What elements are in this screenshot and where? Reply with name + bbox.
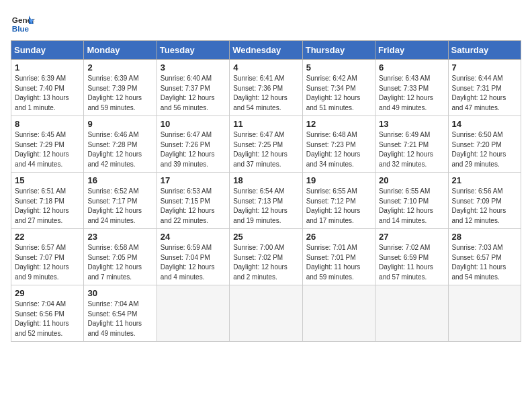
day-number: 3 — [161, 62, 226, 73]
day-info: Sunrise: 7:03 AMSunset: 6:57 PMDaylight:… — [452, 244, 506, 281]
day-info: Sunrise: 7:04 AMSunset: 6:56 PMDaylight:… — [15, 300, 69, 337]
calendar-cell — [448, 285, 521, 342]
day-info: Sunrise: 6:39 AMSunset: 7:39 PMDaylight:… — [87, 75, 142, 111]
calendar-week-row: 1Sunrise: 6:39 AMSunset: 7:40 PMDaylight… — [11, 60, 521, 116]
day-info: Sunrise: 6:41 AMSunset: 7:36 PMDaylight:… — [233, 75, 287, 111]
calendar-cell: 20Sunrise: 6:55 AMSunset: 7:10 PMDayligh… — [375, 173, 448, 229]
day-info: Sunrise: 7:04 AMSunset: 6:54 PMDaylight:… — [87, 300, 142, 337]
calendar-header-row: SundayMondayTuesdayWednesdayThursdayFrid… — [11, 41, 521, 60]
day-number: 18 — [233, 175, 298, 185]
logo-icon: General Blue — [11, 11, 35, 35]
calendar-cell: 2Sunrise: 6:39 AMSunset: 7:39 PMDaylight… — [84, 60, 157, 116]
calendar-cell: 8Sunrise: 6:45 AMSunset: 7:29 PMDaylight… — [11, 116, 84, 173]
calendar-cell: 26Sunrise: 7:01 AMSunset: 7:01 PMDayligh… — [302, 229, 375, 285]
header-day-saturday: Saturday — [448, 41, 521, 60]
calendar-cell: 3Sunrise: 6:40 AMSunset: 7:37 PMDaylight… — [157, 60, 229, 116]
day-number: 21 — [452, 175, 517, 185]
calendar-cell: 7Sunrise: 6:44 AMSunset: 7:31 PMDaylight… — [448, 60, 521, 116]
day-info: Sunrise: 6:44 AMSunset: 7:31 PMDaylight:… — [452, 75, 506, 111]
day-number: 1 — [15, 62, 80, 73]
day-info: Sunrise: 6:49 AMSunset: 7:21 PMDaylight:… — [379, 131, 433, 168]
header-day-monday: Monday — [84, 41, 157, 60]
day-number: 14 — [452, 119, 517, 129]
day-info: Sunrise: 6:46 AMSunset: 7:28 PMDaylight:… — [87, 131, 142, 168]
day-info: Sunrise: 6:47 AMSunset: 7:26 PMDaylight:… — [161, 131, 215, 168]
day-number: 20 — [379, 175, 444, 185]
day-info: Sunrise: 6:58 AMSunset: 7:05 PMDaylight:… — [87, 244, 142, 281]
calendar-cell: 17Sunrise: 6:53 AMSunset: 7:15 PMDayligh… — [157, 173, 229, 229]
day-info: Sunrise: 7:02 AMSunset: 6:59 PMDaylight:… — [379, 244, 433, 281]
day-info: Sunrise: 6:54 AMSunset: 7:13 PMDaylight:… — [233, 187, 287, 224]
day-number: 7 — [452, 62, 517, 73]
calendar-cell: 13Sunrise: 6:49 AMSunset: 7:21 PMDayligh… — [375, 116, 448, 173]
calendar-cell: 11Sunrise: 6:47 AMSunset: 7:25 PMDayligh… — [230, 116, 302, 173]
calendar-week-row: 29Sunrise: 7:04 AMSunset: 6:56 PMDayligh… — [11, 285, 521, 342]
day-number: 24 — [161, 232, 226, 242]
calendar-week-row: 22Sunrise: 6:57 AMSunset: 7:07 PMDayligh… — [11, 229, 521, 285]
calendar-cell: 15Sunrise: 6:51 AMSunset: 7:18 PMDayligh… — [11, 173, 84, 229]
day-number: 4 — [233, 62, 298, 73]
calendar-cell: 16Sunrise: 6:52 AMSunset: 7:17 PMDayligh… — [84, 173, 157, 229]
calendar-week-row: 8Sunrise: 6:45 AMSunset: 7:29 PMDaylight… — [11, 116, 521, 173]
page-header: General Blue — [11, 11, 521, 35]
calendar-cell: 9Sunrise: 6:46 AMSunset: 7:28 PMDaylight… — [84, 116, 157, 173]
calendar-cell: 5Sunrise: 6:42 AMSunset: 7:34 PMDaylight… — [302, 60, 375, 116]
calendar-cell — [157, 285, 229, 342]
calendar-cell: 12Sunrise: 6:48 AMSunset: 7:23 PMDayligh… — [302, 116, 375, 173]
day-info: Sunrise: 6:50 AMSunset: 7:20 PMDaylight:… — [452, 131, 506, 168]
day-info: Sunrise: 6:56 AMSunset: 7:09 PMDaylight:… — [452, 187, 506, 224]
calendar-cell — [302, 285, 375, 342]
day-number: 5 — [306, 62, 371, 73]
calendar-cell: 19Sunrise: 6:55 AMSunset: 7:12 PMDayligh… — [302, 173, 375, 229]
day-number: 13 — [379, 119, 444, 129]
calendar-cell: 22Sunrise: 6:57 AMSunset: 7:07 PMDayligh… — [11, 229, 84, 285]
day-number: 17 — [161, 175, 226, 185]
header-day-wednesday: Wednesday — [230, 41, 302, 60]
calendar-cell — [230, 285, 302, 342]
day-number: 25 — [233, 232, 298, 242]
day-number: 30 — [87, 288, 152, 298]
day-info: Sunrise: 6:39 AMSunset: 7:40 PMDaylight:… — [15, 75, 69, 111]
calendar-cell: 6Sunrise: 6:43 AMSunset: 7:33 PMDaylight… — [375, 60, 448, 116]
calendar-cell: 28Sunrise: 7:03 AMSunset: 6:57 PMDayligh… — [448, 229, 521, 285]
header-day-sunday: Sunday — [11, 41, 84, 60]
day-info: Sunrise: 6:43 AMSunset: 7:33 PMDaylight:… — [379, 75, 433, 111]
day-number: 15 — [15, 175, 80, 185]
calendar-cell: 30Sunrise: 7:04 AMSunset: 6:54 PMDayligh… — [84, 285, 157, 342]
header-day-friday: Friday — [375, 41, 448, 60]
calendar-cell: 25Sunrise: 7:00 AMSunset: 7:02 PMDayligh… — [230, 229, 302, 285]
day-info: Sunrise: 6:51 AMSunset: 7:18 PMDaylight:… — [15, 187, 69, 224]
day-number: 22 — [15, 232, 80, 242]
calendar-cell: 29Sunrise: 7:04 AMSunset: 6:56 PMDayligh… — [11, 285, 84, 342]
calendar-cell: 24Sunrise: 6:59 AMSunset: 7:04 PMDayligh… — [157, 229, 229, 285]
day-info: Sunrise: 6:42 AMSunset: 7:34 PMDaylight:… — [306, 75, 361, 111]
calendar-cell: 27Sunrise: 7:02 AMSunset: 6:59 PMDayligh… — [375, 229, 448, 285]
calendar-cell: 18Sunrise: 6:54 AMSunset: 7:13 PMDayligh… — [230, 173, 302, 229]
day-number: 23 — [87, 232, 152, 242]
day-info: Sunrise: 7:00 AMSunset: 7:02 PMDaylight:… — [233, 244, 287, 281]
day-info: Sunrise: 6:52 AMSunset: 7:17 PMDaylight:… — [87, 187, 142, 224]
calendar-cell: 23Sunrise: 6:58 AMSunset: 7:05 PMDayligh… — [84, 229, 157, 285]
day-number: 26 — [306, 232, 371, 242]
day-number: 28 — [452, 232, 517, 242]
day-info: Sunrise: 6:40 AMSunset: 7:37 PMDaylight:… — [161, 75, 215, 111]
day-info: Sunrise: 6:57 AMSunset: 7:07 PMDaylight:… — [15, 244, 69, 281]
day-info: Sunrise: 6:59 AMSunset: 7:04 PMDaylight:… — [161, 244, 215, 281]
day-number: 12 — [306, 119, 371, 129]
calendar-cell: 21Sunrise: 6:56 AMSunset: 7:09 PMDayligh… — [448, 173, 521, 229]
day-info: Sunrise: 7:01 AMSunset: 7:01 PMDaylight:… — [306, 244, 361, 281]
calendar-table: SundayMondayTuesdayWednesdayThursdayFrid… — [11, 40, 521, 342]
calendar-cell: 14Sunrise: 6:50 AMSunset: 7:20 PMDayligh… — [448, 116, 521, 173]
header-day-thursday: Thursday — [302, 41, 375, 60]
header-day-tuesday: Tuesday — [157, 41, 229, 60]
calendar-week-row: 15Sunrise: 6:51 AMSunset: 7:18 PMDayligh… — [11, 173, 521, 229]
svg-text:Blue: Blue — [12, 24, 30, 33]
day-info: Sunrise: 6:48 AMSunset: 7:23 PMDaylight:… — [306, 131, 361, 168]
calendar-cell: 4Sunrise: 6:41 AMSunset: 7:36 PMDaylight… — [230, 60, 302, 116]
day-number: 19 — [306, 175, 371, 185]
day-number: 29 — [15, 288, 80, 298]
calendar-cell: 1Sunrise: 6:39 AMSunset: 7:40 PMDaylight… — [11, 60, 84, 116]
day-info: Sunrise: 6:53 AMSunset: 7:15 PMDaylight:… — [161, 187, 215, 224]
day-number: 2 — [87, 62, 152, 73]
day-number: 8 — [15, 119, 80, 129]
